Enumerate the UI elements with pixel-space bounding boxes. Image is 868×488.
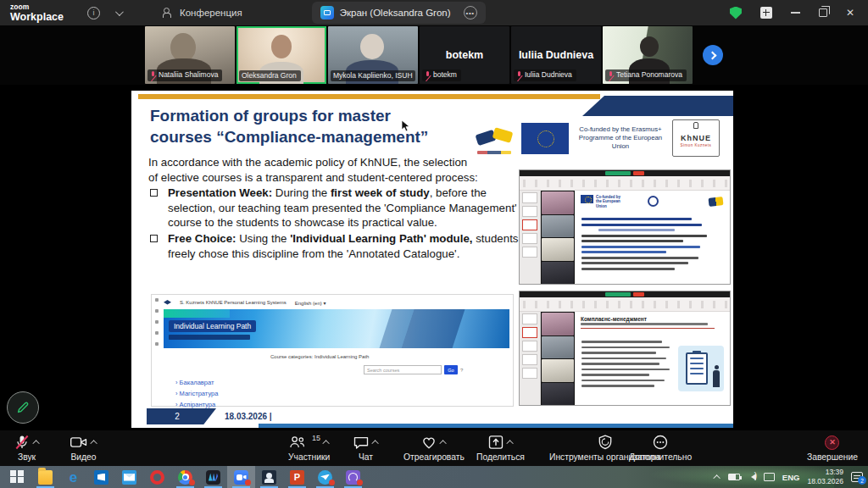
view-layout-icon[interactable] (760, 7, 772, 19)
clock[interactable]: 13:39 18.03.2026 (807, 468, 843, 485)
taskbar-photos[interactable] (255, 466, 283, 488)
audio-button[interactable]: Звук (14, 434, 40, 462)
meeting-screenshot-1: Co-funded by the European Union (519, 169, 731, 285)
next-participants-button[interactable] (703, 45, 723, 65)
meeting-screenshot-2: Комплаєнс-менеджмент (519, 291, 731, 406)
pencil-icon (15, 400, 31, 415)
slide-title: Formation of groups for master courses “… (150, 106, 515, 147)
intro-line: of elective courses is a transparent and… (148, 170, 535, 186)
taskbar-file-explorer[interactable] (31, 466, 59, 488)
screenshot2-slide: Комплаєнс-менеджмент (575, 312, 730, 406)
link-master[interactable]: Магістратура (175, 388, 218, 399)
participant-name-label: Tetiana Ponomarova (605, 69, 687, 81)
bullet-free-choice: Free Choice: Using the 'Individual Learn… (148, 231, 535, 261)
tray-expand-icon[interactable] (713, 474, 720, 481)
stop-share-button-mini (633, 171, 644, 175)
windows-taskbar: e P ENG 13:39 18.03.2026 2 (0, 466, 868, 488)
chat-button[interactable]: Чат (353, 434, 379, 462)
taskbar-zoom-active[interactable] (227, 466, 255, 488)
speaker-icon[interactable] (748, 474, 756, 480)
taskbar-store[interactable] (87, 466, 115, 488)
red-divider (581, 328, 715, 329)
info-icon[interactable]: i (87, 7, 100, 19)
recording-indicator (605, 171, 631, 175)
taskbar-opera[interactable] (143, 466, 171, 488)
store-icon (94, 470, 108, 485)
tab-screen-share[interactable]: Экран (Oleksandra Gron) ••• (312, 2, 486, 24)
ilp-language-menu[interactable]: English (en) ▾ (295, 300, 326, 306)
heart-icon (420, 434, 437, 451)
notification-badge (189, 480, 195, 485)
chevron-right-icon (708, 51, 716, 59)
person-figure-icon (713, 370, 720, 387)
taskbar-chrome[interactable] (171, 466, 199, 488)
language-indicator[interactable]: ENG (782, 473, 800, 482)
restore-button[interactable] (819, 8, 827, 17)
participant-tile[interactable]: Iuliia Dudnieva Iuliia Dudnieva (511, 26, 601, 84)
ilp-side-rail (153, 298, 160, 391)
participants-button[interactable]: 15 Участники (288, 434, 330, 462)
react-options-chevron[interactable] (440, 440, 447, 446)
action-center-icon[interactable]: 2 (851, 472, 863, 482)
security-shield-icon[interactable] (730, 7, 742, 19)
screenshot2-subtitle-bar (581, 323, 708, 325)
taskbar-edge[interactable]: e (59, 466, 87, 488)
battery-icon[interactable] (728, 474, 740, 480)
screen-share-icon (320, 6, 334, 19)
meeting-toolbar: Звук Видео 15 Участники Чат (0, 430, 868, 466)
slide-thumbnails-panel (520, 312, 541, 406)
annotate-button[interactable] (7, 391, 39, 424)
participant-tile-active-speaker[interactable]: Oleksandra Gron (236, 26, 326, 84)
erasmus-cofunded-text: Co-funded by the Erasmus+ Programme of t… (576, 125, 665, 150)
ilp-banner-title: Individual Learning Path (169, 320, 256, 332)
shield-icon (597, 434, 614, 451)
eu-flag-icon (581, 195, 593, 203)
video-options-chevron[interactable] (90, 440, 97, 446)
tab-meeting[interactable]: Конференция (153, 2, 251, 24)
react-button[interactable]: Отреагировать (403, 434, 465, 462)
powerpoint-ribbon (520, 297, 730, 312)
muted-mic-icon (150, 71, 156, 80)
slide-gold-bar (138, 94, 600, 99)
handshake-mini-icon (709, 197, 724, 207)
taskbar-viber[interactable] (339, 466, 367, 488)
ilp-site-title: S. Kuznets KhNUE Personal Learning Syste… (180, 300, 287, 305)
share-button[interactable]: Поделиться (476, 434, 525, 462)
university-emblem-icon (648, 196, 659, 207)
taskbar-powerpoint[interactable]: P (283, 466, 311, 488)
tab-more-icon[interactable]: ••• (464, 6, 477, 19)
more-ellipsis-icon (652, 434, 669, 451)
screenshot2-title: Комплаєнс-менеджмент (581, 316, 724, 322)
search-input[interactable]: Search courses (364, 365, 442, 374)
minimize-button[interactable] (791, 12, 800, 14)
chevron-down-icon[interactable] (115, 8, 124, 16)
audio-options-chevron[interactable] (32, 440, 39, 446)
mouse-cursor (401, 119, 410, 132)
participant-tile[interactable]: Mykola Kapliienko, ISUH (328, 26, 418, 84)
taskbar-mail[interactable] (115, 466, 143, 488)
close-button[interactable]: ✕ (846, 8, 854, 18)
presentation-slide: Formation of groups for master courses “… (131, 91, 733, 428)
participants-filmstrip (541, 191, 575, 285)
participant-tile[interactable]: botekm botekm (420, 26, 509, 84)
stop-share-button-mini (633, 292, 644, 297)
more-button[interactable]: Дополнительно (629, 434, 692, 462)
end-meeting-button[interactable]: ✕ Завершение (807, 434, 858, 462)
chat-options-chevron[interactable] (371, 440, 378, 446)
participant-tile[interactable]: Nataliia Shalimova (145, 26, 235, 84)
taskbar-zoom-workplace[interactable] (199, 466, 227, 488)
share-screen-icon (487, 434, 504, 451)
share-options-chevron[interactable] (506, 440, 513, 446)
ilp-category-select[interactable]: Course categories: Individual Learning P… (270, 354, 369, 359)
slide-footer-bar (259, 424, 733, 428)
help-icon[interactable]: ? (460, 368, 463, 373)
participant-tile[interactable]: Tetiana Ponomarova (603, 26, 693, 84)
start-button[interactable] (3, 466, 31, 488)
participants-options-chevron[interactable] (322, 440, 329, 446)
taskbar-telegram[interactable] (311, 466, 339, 488)
link-bachelor[interactable]: Бакалаврат (175, 377, 218, 388)
network-monitor-icon[interactable] (764, 473, 775, 481)
slide-date: 18.03.2026 | (225, 412, 272, 421)
video-button[interactable]: Видео (70, 434, 97, 462)
go-button[interactable]: Go (444, 365, 458, 374)
